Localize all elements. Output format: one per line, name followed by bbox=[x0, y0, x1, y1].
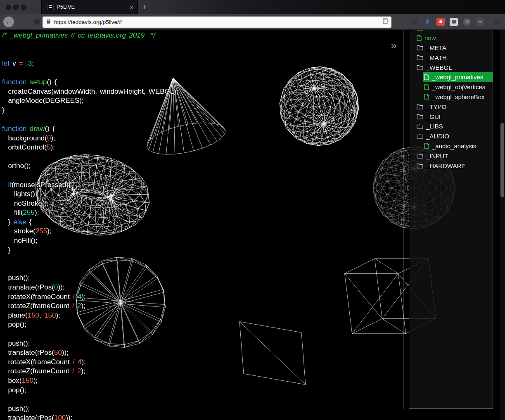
tree-file-audio-analysis[interactable]: _audio_analysis bbox=[423, 141, 493, 151]
tree-folder-typo[interactable]: _TYPO bbox=[416, 102, 493, 112]
code-line bbox=[2, 152, 405, 162]
tab-p5live[interactable]: P5LIVE × bbox=[41, 0, 138, 14]
tree-label: _webgl_primatives bbox=[432, 74, 483, 81]
new-tab-button[interactable]: + bbox=[140, 0, 149, 14]
code-line: translate(rPos(100)); bbox=[2, 413, 405, 420]
tree-folder-input[interactable]: _INPUT bbox=[416, 151, 493, 161]
tree-label: _WEBGL bbox=[426, 64, 452, 71]
tree-folder-clipped[interactable] bbox=[416, 30, 493, 33]
tree-file-webgl-objvertices[interactable]: _webgl_objVertices bbox=[423, 82, 493, 92]
forward-button[interactable]: → bbox=[16, 17, 27, 27]
panel-divider bbox=[403, 30, 404, 409]
tree-label: _AUDIO bbox=[426, 133, 449, 140]
tree-label: _LIBS bbox=[426, 123, 443, 130]
code-line bbox=[2, 395, 405, 404]
code-line: /* _webgl_primatives // cc teddavis.org … bbox=[2, 31, 405, 40]
code-line: createCanvas(windowWidth, windowHeight, … bbox=[2, 87, 405, 97]
extension-icon-1[interactable] bbox=[435, 17, 446, 27]
code-line: pop(); bbox=[2, 320, 405, 330]
tree-folder-webgl[interactable]: _WEBGL bbox=[416, 62, 493, 72]
code-line: noFill(); bbox=[2, 236, 405, 246]
code-line: push(); bbox=[2, 339, 405, 349]
browser-window: P5LIVE × + ← → https://teddavis.org/p5li… bbox=[0, 0, 505, 420]
tree-file-webgl-spherebox[interactable]: _webgl_sphereBox bbox=[423, 92, 493, 102]
code-line: fill(255); bbox=[2, 208, 405, 218]
reader-mode-icon[interactable] bbox=[382, 18, 388, 26]
code-line: } bbox=[2, 106, 405, 115]
url-text[interactable]: https://teddavis.org/p5live/# bbox=[54, 19, 382, 25]
code-line: rotateZ(frameCount / 2); bbox=[2, 301, 405, 311]
code-line: rotateX(frameCount / 4); bbox=[2, 358, 405, 367]
minimize-window-button[interactable] bbox=[13, 5, 19, 10]
code-line bbox=[2, 40, 405, 50]
code-line: plane(150, 150); bbox=[2, 311, 405, 320]
tree-folder-gui[interactable]: _GUI bbox=[416, 112, 493, 121]
code-line: orbitControl(5); bbox=[2, 143, 405, 152]
traffic-lights bbox=[6, 5, 26, 10]
content-area: /* _webgl_primatives // cc teddavis.org … bbox=[0, 30, 505, 420]
tree-folder-meta[interactable]: _META bbox=[416, 43, 493, 53]
code-line bbox=[2, 115, 405, 124]
tree-label: _webgl_objVertices bbox=[432, 83, 485, 90]
code-line: push(); bbox=[2, 273, 405, 283]
tree-file-webgl-primatives[interactable]: _webgl_primatives bbox=[423, 72, 493, 82]
code-editor[interactable]: /* _webgl_primatives // cc teddavis.org … bbox=[2, 31, 405, 420]
code-line bbox=[2, 68, 405, 78]
tree-label: new bbox=[424, 34, 436, 41]
scrollbar-thumb[interactable] bbox=[500, 123, 504, 197]
code-line bbox=[2, 50, 405, 59]
code-line: function setup() { bbox=[2, 78, 405, 87]
code-line: let v = .3; bbox=[2, 59, 405, 69]
sketch-tree: new_META_MATH_WEBGL_webgl_primatives_web… bbox=[409, 30, 493, 171]
tracking-protection-shield-icon[interactable] bbox=[31, 17, 42, 27]
code-line bbox=[2, 264, 405, 274]
tree-folder-math[interactable]: _MATH bbox=[416, 52, 493, 62]
extension-icon-2[interactable] bbox=[448, 17, 459, 27]
code-line: } bbox=[2, 246, 405, 255]
zoom-window-button[interactable] bbox=[21, 5, 26, 10]
tree-label: _TYPO bbox=[426, 103, 446, 110]
code-line: stroke(255); bbox=[2, 227, 405, 236]
code-line: angleMode(DEGREES); bbox=[2, 96, 405, 106]
download-button[interactable] bbox=[422, 17, 433, 27]
tree-label: _META bbox=[426, 44, 446, 51]
tree-label: _HARDWARE bbox=[426, 162, 465, 169]
code-line: ortho(); bbox=[2, 161, 405, 171]
editor-collapse-chevron-icon[interactable]: » bbox=[391, 40, 397, 51]
menu-hamburger-icon[interactable] bbox=[492, 17, 503, 27]
reload-button[interactable] bbox=[409, 17, 420, 27]
code-line: rotateZ(frameCount / 2); bbox=[2, 367, 405, 376]
page-actions-more-icon[interactable]: ··· bbox=[394, 17, 404, 27]
sketches-panel: new_META_MATH_WEBGL_webgl_primatives_web… bbox=[409, 30, 493, 409]
url-bar[interactable]: https://teddavis.org/p5live/# bbox=[43, 17, 391, 28]
code-line bbox=[2, 330, 405, 339]
code-line: box(150); bbox=[2, 376, 405, 386]
tree-folder-hardware[interactable]: _HARDWARE bbox=[416, 161, 493, 171]
tree-label: _audio_analysis bbox=[432, 142, 477, 149]
code-line: function draw() { bbox=[2, 124, 405, 134]
tree-label: _webgl_sphereBox bbox=[432, 93, 485, 100]
extension-icon-4[interactable] bbox=[475, 17, 486, 27]
tree-label: _MATH bbox=[426, 54, 447, 61]
tree-folder-audio[interactable]: _AUDIO bbox=[416, 131, 493, 141]
page-scrollbar[interactable] bbox=[500, 30, 505, 420]
tree-label: _INPUT bbox=[426, 152, 448, 159]
tab-bar: P5LIVE × + bbox=[0, 0, 505, 14]
code-line: translate(rPos(50)); bbox=[2, 348, 405, 358]
back-button[interactable]: ← bbox=[3, 17, 14, 27]
tree-file-new[interactable]: new bbox=[416, 33, 493, 43]
extension-icon-3[interactable] bbox=[462, 17, 472, 27]
tab-title: P5LIVE bbox=[57, 4, 130, 10]
tree-label: _GUI bbox=[426, 113, 441, 120]
lock-icon bbox=[46, 18, 51, 26]
close-window-button[interactable] bbox=[6, 5, 11, 10]
code-line: translate(rPos(0)); bbox=[2, 283, 405, 292]
tab-close-icon[interactable]: × bbox=[130, 4, 133, 11]
tree-folder-libs[interactable]: _LIBS bbox=[416, 121, 493, 131]
code-line: push(); bbox=[2, 404, 405, 414]
code-line: noStroke(); bbox=[2, 199, 405, 209]
code-line: background(0); bbox=[2, 134, 405, 143]
code-line: } else { bbox=[2, 218, 405, 227]
code-line: pop(); bbox=[2, 386, 405, 395]
code-line: rotateX(frameCount / 4); bbox=[2, 292, 405, 302]
